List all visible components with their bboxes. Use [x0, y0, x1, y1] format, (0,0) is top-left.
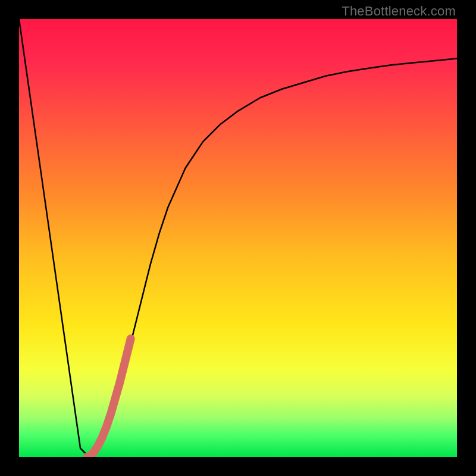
plot-area	[19, 19, 457, 457]
curves-layer	[19, 19, 457, 457]
highlight-segment	[87, 339, 131, 457]
bottleneck-curve	[19, 19, 457, 457]
chart-frame: TheBottleneck.com	[0, 0, 476, 476]
watermark-text: TheBottleneck.com	[342, 4, 456, 19]
